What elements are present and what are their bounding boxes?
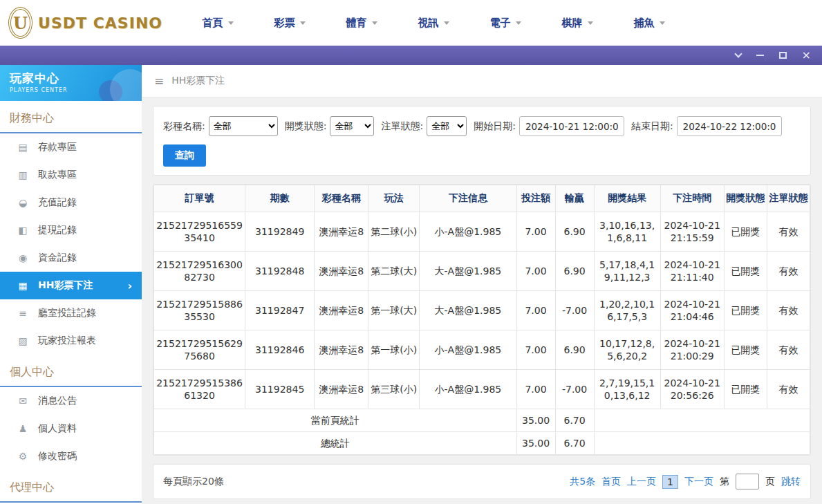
page-stats-win: 6.70	[555, 409, 594, 432]
cell-bet-status: 有效	[767, 291, 810, 330]
bet-status-select[interactable]: 全部	[427, 116, 467, 136]
cell-amount: 7.00	[516, 330, 555, 370]
nav-item-home[interactable]: 首頁	[182, 17, 254, 30]
table-row: 2152172951630082730 31192848 澳洲幸运8 第二球(大…	[154, 252, 810, 291]
prev-page-link[interactable]: 上一页	[627, 476, 656, 488]
filter-panel: 彩種名稱: 全部 開獎狀態: 全部 注單狀態: 全	[153, 106, 811, 176]
close-icon[interactable]: ×	[802, 50, 811, 61]
sidebar-item-hh-lottery-bets[interactable]: ▦ HH彩票下注 ›	[0, 272, 142, 299]
total-stats-amount: 35.00	[516, 432, 555, 455]
cell-order-id: 2152172951562975680	[154, 330, 245, 370]
next-page-link[interactable]: 下一页	[684, 476, 713, 488]
cell-lottery: 澳洲幸运8	[315, 252, 368, 291]
deposit-icon: ▤	[17, 142, 29, 153]
withdraw-icon: ▥	[17, 169, 29, 180]
table-row: 2152172951588635530 31192847 澳洲幸运8 第一球(大…	[154, 291, 810, 330]
brand-logo[interactable]: U USDT CASINO	[0, 7, 162, 39]
maximize-icon[interactable]	[779, 52, 787, 59]
lottery-bets-icon: ▦	[17, 280, 29, 291]
nav-item-fishing[interactable]: 捕魚	[613, 17, 685, 30]
search-button[interactable]: 查詢	[163, 144, 206, 167]
cell-lottery: 澳洲幸运8	[315, 212, 368, 252]
end-date-input[interactable]	[677, 116, 782, 136]
sidebar-item-player-bet-report[interactable]: ▨ 玩家投注報表	[0, 327, 142, 355]
sidebar-item-withdrawal-record[interactable]: ◧ 提現記錄	[0, 216, 142, 244]
sidebar-item-label: 取款專區	[38, 169, 77, 181]
cell-time: 2024-10-21 21:11:40	[660, 252, 724, 291]
sidebar-item-profile[interactable]: ♟ 個人資料	[0, 415, 142, 442]
sidebar-item-fund-record[interactable]: ◉ 資金記錄	[0, 244, 142, 272]
sidebar-item-label: 提現記錄	[38, 224, 77, 236]
sidebar-item-label: HH彩票下注	[38, 279, 93, 292]
cell-period: 31192849	[245, 212, 315, 252]
col-play: 玩法	[368, 185, 420, 212]
page-title: HH彩票下注	[171, 75, 225, 87]
logo-icon: U	[8, 7, 32, 39]
sidebar-title: 玩家中心	[10, 71, 132, 86]
sidebar-item-label: 個人資料	[38, 422, 77, 435]
cell-amount: 7.00	[516, 291, 555, 330]
nav-item-chess[interactable]: 棋牌	[541, 17, 613, 30]
pagination-bar: 每頁顯示20條 共5条 首页 上一页 1 下一页 第 页 跳转	[153, 464, 811, 499]
nav-item-lottery[interactable]: 彩票	[254, 17, 326, 30]
nav-item-sports[interactable]: 體育	[326, 17, 398, 30]
first-page-link[interactable]: 首页	[601, 476, 621, 488]
col-amount: 投注額	[516, 185, 555, 212]
page-stats-empty	[594, 409, 810, 432]
bet-status-label: 注單狀態:	[381, 120, 423, 133]
cell-win: -7.00	[555, 291, 594, 330]
sidebar-item-room-bet-record[interactable]: ≡ 廳室投註記錄	[0, 299, 142, 327]
sidebar-item-recharge-record[interactable]: ◒ 充值記錄	[0, 189, 142, 216]
withdrawal-record-icon: ◧	[17, 225, 29, 236]
sidebar-item-news[interactable]: ✉ 消息公告	[0, 387, 142, 415]
sidebar-item-label: 存款專區	[38, 141, 77, 153]
cell-amount: 7.00	[516, 370, 555, 409]
app-window: U USDT CASINO 首頁 彩票 體育 視訊 電子	[0, 0, 822, 504]
cell-time: 2024-10-21 21:00:29	[660, 330, 724, 370]
sidebar-item-withdraw[interactable]: ▥ 取款專區	[0, 161, 142, 189]
section-title-agent: 代理中心	[0, 470, 142, 503]
cell-win: 6.90	[555, 252, 594, 291]
cell-lottery: 澳洲幸运8	[315, 291, 368, 330]
draw-status-select[interactable]: 全部	[330, 116, 374, 136]
cell-lottery: 澳洲幸运8	[315, 330, 368, 370]
col-time: 下注時間	[660, 185, 724, 212]
nav-item-electronic[interactable]: 電子	[469, 17, 541, 30]
total-stats-row: 總統計 35.00 6.70	[154, 432, 810, 455]
cell-play: 第三球(小)	[368, 370, 420, 409]
cell-period: 31192848	[245, 252, 315, 291]
recharge-record-icon: ◒	[17, 197, 29, 208]
jump-suffix-label: 页	[765, 476, 775, 488]
total-stats-label: 總統計	[154, 432, 517, 455]
sidebar-item-change-password[interactable]: ⚙ 修改密碼	[0, 442, 142, 470]
col-draw-status: 開獎狀態	[724, 185, 767, 212]
nav-label: 彩票	[274, 17, 295, 30]
jump-page-input[interactable]	[736, 474, 759, 489]
sidebar: 玩家中心 PLAYERS CENTER 財務中心 ▤ 存款專區 ▥ 取款專區 ◒…	[0, 65, 142, 504]
total-stats-empty	[594, 432, 810, 455]
chevron-right-icon: ›	[127, 279, 132, 292]
logo-letter: U	[13, 13, 28, 33]
cell-draw-status: 已開獎	[724, 370, 767, 409]
jump-button[interactable]: 跳转	[781, 476, 801, 488]
cell-result: 10,17,12,8,5,6,20,2	[594, 330, 660, 370]
minimize-icon[interactable]	[756, 55, 764, 56]
bets-table-card: 訂單號 期數 彩種名稱 玩法 下注信息 投注額 輸贏 開獎結果 下注時間 開獎狀…	[153, 184, 811, 456]
current-page-indicator: 1	[662, 475, 678, 489]
nav-label: 體育	[346, 17, 367, 30]
cell-bet-status: 有效	[767, 252, 810, 291]
draw-status-label: 開獎狀態:	[285, 120, 327, 133]
cell-win: 6.90	[555, 330, 594, 370]
collapse-icon[interactable]	[736, 54, 741, 57]
sidebar-item-deposit[interactable]: ▤ 存款專區	[0, 133, 142, 161]
breadcrumb: ≡ HH彩票下注	[142, 65, 822, 97]
hamburger-icon[interactable]: ≡	[154, 74, 164, 88]
cell-time: 2024-10-21 21:15:59	[660, 212, 724, 252]
lottery-name-select[interactable]: 全部	[209, 116, 278, 136]
chevron-down-icon	[660, 21, 665, 25]
chevron-down-icon	[444, 21, 449, 25]
start-date-input[interactable]	[519, 116, 624, 136]
per-page-label: 每頁顯示20條	[163, 476, 224, 488]
cell-bet-info: 小-A盤@1.985	[420, 212, 516, 252]
nav-item-video[interactable]: 視訊	[398, 17, 469, 30]
